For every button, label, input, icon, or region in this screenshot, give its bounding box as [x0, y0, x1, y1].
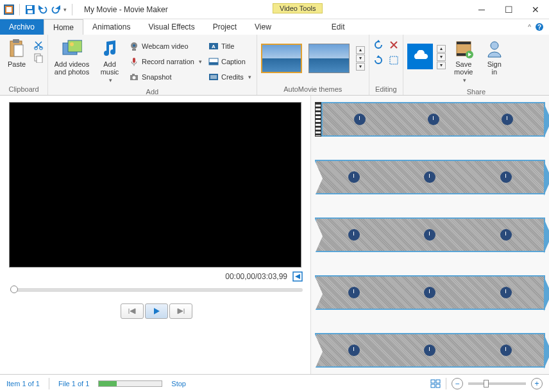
video-clip[interactable]	[315, 275, 545, 310]
svg-rect-33	[390, 56, 398, 64]
record-narration-button[interactable]: Record narration	[128, 55, 203, 68]
clock-icon	[354, 114, 366, 125]
camera-icon	[129, 72, 139, 82]
snapshot-button[interactable]: Snapshot	[128, 71, 203, 83]
delete-icon[interactable]	[389, 40, 399, 50]
gallery-more-icon[interactable]: ▾	[356, 63, 365, 71]
maximize-button[interactable]: ☐	[495, 0, 522, 19]
prev-frame-button[interactable]	[121, 303, 144, 319]
thumbnail-view-icon[interactable]	[430, 379, 441, 388]
gallery-up-icon[interactable]: ▴	[356, 46, 365, 54]
quick-access-toolbar: ▾	[0, 4, 79, 15]
add-music-button[interactable]: Add music	[96, 37, 124, 85]
save-icon[interactable]	[25, 4, 35, 15]
minimize-button[interactable]: ─	[468, 0, 495, 19]
tab-view[interactable]: View	[246, 19, 280, 35]
rotate-left-icon[interactable]	[373, 40, 384, 50]
svg-rect-35	[457, 42, 471, 44]
svg-point-38	[491, 42, 498, 49]
paste-label: Paste	[8, 60, 26, 68]
undo-icon[interactable]	[38, 4, 48, 15]
tab-home[interactable]: Home	[44, 19, 83, 35]
fullscreen-icon[interactable]	[292, 271, 303, 282]
add-videos-button[interactable]: Add videos and photos	[52, 37, 92, 77]
separator	[72, 4, 72, 15]
svg-point-17	[70, 42, 74, 46]
paste-button[interactable]: Paste	[4, 37, 30, 69]
credits-button[interactable]: Credits	[207, 71, 253, 83]
tab-file[interactable]: Archivo	[0, 19, 44, 35]
sign-in-button[interactable]: Sign in	[482, 37, 507, 77]
close-button[interactable]: ✕	[522, 0, 549, 19]
tab-visual-effects[interactable]: Visual Effects	[139, 19, 203, 35]
zoom-out-button[interactable]: −	[452, 378, 463, 389]
gallery-down-icon[interactable]: ▾	[356, 55, 365, 62]
preview-pane: 00:00,00/03:03,99	[0, 96, 310, 374]
onedrive-icon	[407, 44, 433, 69]
clip-row[interactable]	[315, 102, 545, 146]
music-icon	[99, 38, 120, 59]
svg-rect-20	[132, 49, 136, 51]
video-clip[interactable]	[315, 160, 545, 194]
webcam-button[interactable]: Webcam video	[128, 40, 203, 53]
timeline-pane[interactable]	[310, 96, 549, 374]
clock-icon	[500, 171, 512, 183]
mic-icon	[129, 56, 139, 67]
tab-animations[interactable]: Animations	[83, 19, 139, 35]
contextual-tab-caption: Video Tools	[273, 3, 323, 13]
play-button[interactable]	[145, 303, 168, 319]
zoom-in-button[interactable]: +	[531, 378, 543, 389]
select-all-icon[interactable]	[389, 55, 399, 65]
paste-icon	[6, 38, 27, 59]
tab-project[interactable]: Project	[204, 19, 246, 35]
film-reel-icon	[453, 38, 474, 59]
qa-dropdown-icon[interactable]: ▾	[63, 6, 67, 13]
save-movie-button[interactable]: Save movie	[450, 37, 478, 85]
stop-link[interactable]: Stop	[171, 380, 186, 388]
clip-row[interactable]	[315, 333, 545, 374]
video-clip[interactable]	[315, 333, 545, 368]
clip-row[interactable]	[315, 160, 545, 203]
svg-rect-41	[436, 380, 440, 383]
group-label-automovie: AutoMovie themes	[257, 85, 369, 95]
video-clip[interactable]	[321, 102, 545, 137]
onedrive-button[interactable]	[407, 37, 433, 69]
zoom-slider[interactable]	[468, 382, 526, 385]
seek-thumb[interactable]	[10, 285, 18, 293]
svg-rect-43	[436, 384, 440, 388]
copy-icon[interactable]	[33, 53, 44, 63]
clip-row[interactable]	[315, 217, 545, 261]
theme-default[interactable]	[261, 44, 302, 73]
redo-icon[interactable]	[51, 4, 61, 15]
video-clip[interactable]	[315, 217, 545, 252]
title-button[interactable]: A Title	[207, 40, 253, 53]
svg-rect-42	[431, 384, 435, 388]
clock-icon	[502, 114, 513, 125]
svg-rect-14	[37, 56, 42, 63]
tab-edit[interactable]: Edit	[323, 19, 354, 35]
cut-icon[interactable]	[33, 40, 44, 50]
tabbar-right: ^ ?	[528, 19, 549, 35]
app-icon[interactable]	[4, 4, 14, 15]
share-more-icon[interactable]: ▾	[437, 62, 446, 69]
seek-slider[interactable]	[10, 288, 303, 292]
zoom-thumb[interactable]	[484, 380, 489, 388]
svg-point-19	[133, 44, 135, 47]
clock-icon	[348, 171, 360, 183]
rotate-right-icon[interactable]	[373, 55, 384, 65]
ribbon-group-editing: Editing	[369, 35, 403, 95]
share-up-icon[interactable]: ▴	[437, 45, 446, 53]
video-preview[interactable]	[9, 102, 301, 268]
credits-label: Credits	[221, 73, 244, 81]
next-frame-button[interactable]	[169, 303, 192, 319]
caption-button[interactable]: Caption	[207, 55, 253, 68]
ribbon-collapse-icon[interactable]: ^	[528, 24, 531, 31]
theme-alt[interactable]	[308, 44, 350, 73]
clock-icon	[348, 229, 360, 241]
help-icon[interactable]: ?	[535, 22, 544, 31]
share-down-icon[interactable]: ▾	[437, 53, 446, 61]
ribbon-group-automovie: ▴ ▾ ▾ AutoMovie themes	[257, 35, 369, 95]
photos-icon	[62, 38, 82, 59]
svg-rect-16	[68, 40, 82, 52]
clip-row[interactable]	[315, 275, 545, 319]
